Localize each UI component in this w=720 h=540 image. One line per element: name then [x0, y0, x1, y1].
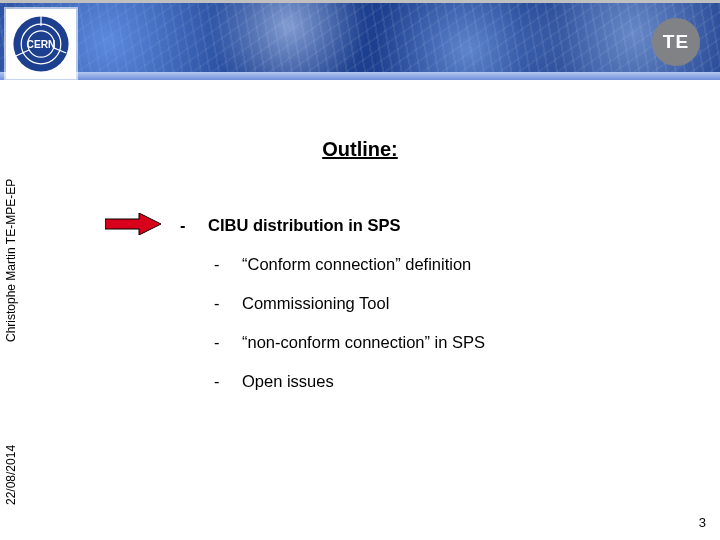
outline-dash: -: [180, 216, 190, 235]
outline-item: - “non-conform connection” in SPS: [180, 333, 660, 352]
outline-list: - CIBU distribution in SPS - “Conform co…: [180, 216, 660, 411]
te-badge-label: TE: [663, 31, 689, 53]
svg-marker-6: [105, 213, 161, 235]
author-label: Christophe Martin TE-MPE-EP: [4, 160, 22, 360]
outline-item: - “Conform connection” definition: [180, 255, 660, 274]
slide-title: Outline:: [0, 138, 720, 161]
cern-logo-text: CERN: [27, 39, 56, 50]
te-badge: TE: [652, 18, 700, 66]
outline-dash: -: [214, 294, 224, 313]
header-background-pattern: [0, 3, 720, 80]
outline-text: CIBU distribution in SPS: [208, 216, 401, 235]
outline-text: Open issues: [242, 372, 334, 391]
header-bottom-stripe: [0, 72, 720, 80]
outline-item: - Commissioning Tool: [180, 294, 660, 313]
outline-item: - Open issues: [180, 372, 660, 391]
date-label: 22/08/2014: [4, 430, 22, 520]
outline-dash: -: [214, 333, 224, 352]
cern-logo-icon: CERN: [11, 14, 71, 74]
slide-header: CERN TE: [0, 0, 720, 80]
outline-dash: -: [214, 255, 224, 274]
cern-logo: CERN: [6, 9, 76, 79]
outline-item-current: - CIBU distribution in SPS: [180, 216, 660, 235]
outline-text: Commissioning Tool: [242, 294, 389, 313]
outline-dash: -: [214, 372, 224, 391]
outline-text: “non-conform connection” in SPS: [242, 333, 485, 352]
page-number: 3: [699, 515, 706, 530]
outline-text: “Conform connection” definition: [242, 255, 471, 274]
current-item-arrow-icon: [105, 213, 161, 235]
